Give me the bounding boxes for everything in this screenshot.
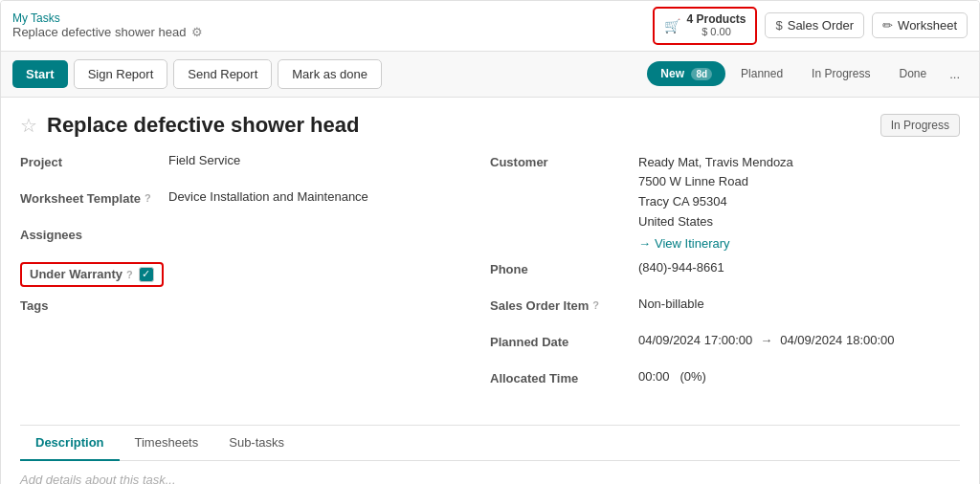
page-title: Replace defective shower head — [47, 113, 359, 138]
status-new-label: New — [660, 67, 684, 80]
gear-icon[interactable]: ⚙ — [191, 25, 203, 39]
top-bar: My Tasks Replace defective shower head ⚙… — [1, 1, 979, 52]
status-done[interactable]: Done — [885, 61, 940, 86]
under-warranty-row: Under Warranty ? ✓ — [20, 262, 164, 287]
worksheet-template-field: Worksheet Template ? Device Installation… — [20, 189, 471, 216]
status-badge: In Progress — [880, 114, 960, 137]
status-done-label: Done — [899, 67, 926, 80]
mark-done-button[interactable]: Mark as done — [278, 59, 382, 89]
cart-price: $ 0.00 — [686, 26, 746, 38]
top-bar-left: My Tasks Replace defective shower head ⚙ — [12, 11, 203, 39]
planned-date-arrow: → — [760, 333, 772, 347]
sales-order-item-value: Non-billable — [638, 297, 941, 311]
status-new-badge: 8d — [691, 68, 712, 80]
allocated-label: Allocated Time — [490, 369, 638, 385]
customer-address: Ready Mat, Travis Mendoza 7500 W Linne R… — [638, 153, 941, 232]
tags-label: Tags — [20, 297, 168, 313]
sales-order-item-label: Sales Order Item ? — [490, 297, 638, 313]
status-pipeline: New 8d Planned In Progress Done ... — [647, 61, 968, 87]
send-report-button[interactable]: Send Report — [173, 59, 272, 89]
status-new[interactable]: New 8d — [647, 61, 725, 86]
star-icon[interactable]: ☆ — [20, 114, 37, 137]
breadcrumb-text: Replace defective shower head — [12, 25, 186, 39]
customer-address1: 7500 W Linne Road — [638, 172, 941, 192]
my-tasks-link[interactable]: My Tasks — [12, 11, 203, 25]
allocated-time-field: Allocated Time 00:00 (0%) — [490, 369, 941, 396]
status-in-progress-label: In Progress — [812, 67, 870, 80]
project-value: Field Service — [168, 153, 471, 167]
worksheet-button[interactable]: ✏ Worksheet — [872, 12, 968, 38]
status-planned-label: Planned — [741, 67, 783, 80]
assignees-label: Assignees — [20, 226, 168, 242]
cart-text: 4 Products $ 0.00 — [686, 12, 746, 39]
customer-value: Ready Mat, Travis Mendoza 7500 W Linne R… — [638, 153, 941, 251]
view-itinerary-link[interactable]: → View Itinerary — [638, 236, 941, 251]
project-field: Project Field Service — [20, 153, 471, 180]
phone-field: Phone (840)-944-8661 — [490, 260, 941, 287]
customer-address2: Tracy CA 95304 — [638, 192, 941, 212]
itinerary-arrow: → — [638, 236, 651, 251]
tabs-row: Description Timesheets Sub-tasks — [20, 426, 960, 461]
dollar-icon: $ — [775, 18, 782, 33]
tab-description[interactable]: Description — [20, 426, 120, 461]
start-button[interactable]: Start — [12, 60, 68, 88]
view-itinerary-label: View Itinerary — [655, 236, 730, 251]
fields-left: Project Field Service Worksheet Template… — [20, 153, 490, 406]
fields-right: Customer Ready Mat, Travis Mendoza 7500 … — [490, 153, 960, 406]
cart-button[interactable]: 🛒 4 Products $ 0.00 — [653, 7, 757, 45]
planned-date-range: 04/09/2024 17:00:00 → 04/09/2024 18:00:0… — [638, 333, 941, 347]
worksheet-label: Worksheet — [898, 18, 957, 33]
planned-date-from: 04/09/2024 17:00:00 — [638, 333, 752, 347]
assignees-field: Assignees — [20, 226, 471, 253]
customer-label: Customer — [490, 153, 638, 169]
sign-report-button[interactable]: Sign Report — [74, 59, 168, 89]
planned-date-to: 04/09/2024 18:00:00 — [780, 333, 894, 347]
tab-description-content: Add details about this task... — [20, 461, 960, 484]
sales-order-button[interactable]: $ Sales Order — [765, 12, 864, 38]
action-bar-left: Start Sign Report Send Report Mark as do… — [12, 59, 382, 89]
tabs-container: Description Timesheets Sub-tasks Add det… — [20, 425, 960, 484]
tab-subtasks[interactable]: Sub-tasks — [213, 426, 300, 461]
sales-order-help-icon[interactable]: ? — [592, 299, 599, 311]
warranty-help-icon[interactable]: ? — [126, 269, 133, 280]
project-label: Project — [20, 153, 168, 169]
under-warranty-checkbox[interactable]: ✓ — [139, 267, 154, 282]
planned-date-value: 04/09/2024 17:00:00 → 04/09/2024 18:00:0… — [638, 333, 941, 347]
breadcrumb: Replace defective shower head ⚙ — [12, 25, 203, 39]
planned-date-label: Planned Date — [490, 333, 638, 349]
tab-timesheets-label: Timesheets — [135, 435, 199, 450]
worksheet-template-label: Worksheet Template ? — [20, 189, 168, 206]
title-left: ☆ Replace defective shower head — [20, 113, 359, 138]
customer-field: Customer Ready Mat, Travis Mendoza 7500 … — [490, 153, 941, 251]
status-planned[interactable]: Planned — [727, 61, 796, 86]
planned-date-field: Planned Date 04/09/2024 17:00:00 → 04/09… — [490, 333, 941, 360]
tab-subtasks-label: Sub-tasks — [229, 435, 284, 450]
tab-description-label: Description — [35, 435, 104, 450]
phone-value: (840)-944-8661 — [638, 260, 941, 275]
worksheet-template-value: Device Installation and Maintenance — [168, 189, 471, 204]
main-content: ☆ Replace defective shower head In Progr… — [1, 98, 979, 484]
status-in-progress[interactable]: In Progress — [798, 61, 883, 86]
tab-placeholder[interactable]: Add details about this task... — [20, 473, 176, 484]
customer-name: Ready Mat, Travis Mendoza — [638, 153, 941, 173]
pencil-icon: ✏ — [882, 18, 893, 33]
tab-timesheets[interactable]: Timesheets — [120, 426, 214, 461]
phone-label: Phone — [490, 260, 638, 276]
allocated-value: 00:00 (0%) — [638, 369, 941, 384]
cart-products-label: 4 Products — [686, 12, 746, 26]
sales-order-label: Sales Order — [788, 18, 854, 33]
customer-country: United States — [638, 212, 941, 232]
title-row: ☆ Replace defective shower head In Progr… — [20, 113, 960, 138]
worksheet-help-icon[interactable]: ? — [145, 192, 151, 204]
action-bar: Start Sign Report Send Report Mark as do… — [1, 52, 979, 98]
top-bar-right: 🛒 4 Products $ 0.00 $ Sales Order ✏ Work… — [653, 7, 968, 45]
cart-icon: 🛒 — [664, 18, 680, 33]
sales-order-item-field: Sales Order Item ? Non-billable — [490, 297, 941, 323]
tags-field: Tags — [20, 297, 471, 323]
status-more[interactable]: ... — [942, 61, 968, 87]
under-warranty-label: Under Warranty ? — [30, 267, 133, 281]
fields-container: Project Field Service Worksheet Template… — [20, 153, 960, 406]
